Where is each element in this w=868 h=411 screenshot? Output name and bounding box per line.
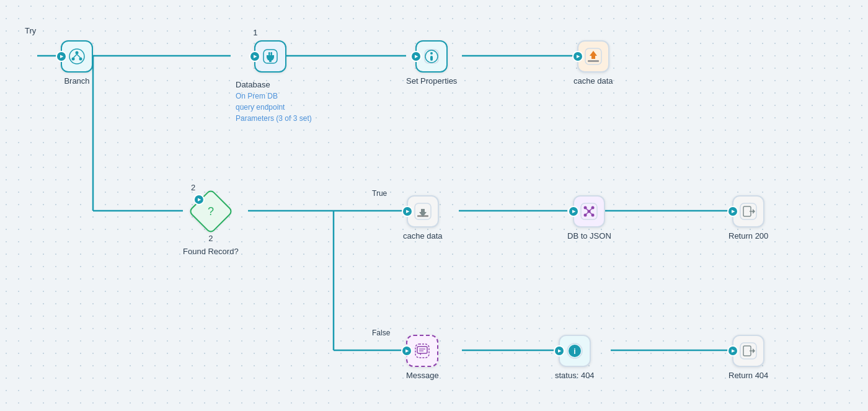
status-404-node[interactable]: i status: 404 <box>555 335 595 380</box>
svg-point-17 <box>72 58 75 61</box>
false-branch-label: False <box>372 329 390 337</box>
svg-point-16 <box>76 51 79 55</box>
cache-data-true-node[interactable]: cache data <box>403 195 443 241</box>
svg-text:?: ? <box>208 205 214 218</box>
return-404-node[interactable]: Return 404 <box>728 335 768 380</box>
message-node[interactable]: Message <box>406 335 439 380</box>
db-to-json-node[interactable]: DB to JSON <box>567 195 611 241</box>
try-label: Try <box>25 26 36 35</box>
svg-rect-25 <box>269 60 272 62</box>
svg-point-27 <box>430 52 433 55</box>
svg-rect-28 <box>430 56 433 61</box>
database-node[interactable]: 1 Database On Prem DB query endpoint Par… <box>229 40 312 124</box>
return-200-node[interactable]: Return 200 <box>728 195 768 241</box>
svg-rect-31 <box>588 60 599 62</box>
set-properties-node[interactable]: Set Properties <box>406 40 457 86</box>
svg-text:i: i <box>574 347 575 356</box>
step-2-badge: 2 <box>191 183 195 192</box>
svg-point-18 <box>79 58 82 61</box>
found-record-node[interactable]: ? 2 Found Record? <box>183 195 239 256</box>
svg-rect-23 <box>268 52 270 55</box>
true-branch-label: True <box>372 189 387 198</box>
svg-rect-24 <box>271 52 273 55</box>
branch-node[interactable]: Branch <box>61 40 93 86</box>
cache-data-top-node[interactable]: cache data <box>574 40 613 86</box>
